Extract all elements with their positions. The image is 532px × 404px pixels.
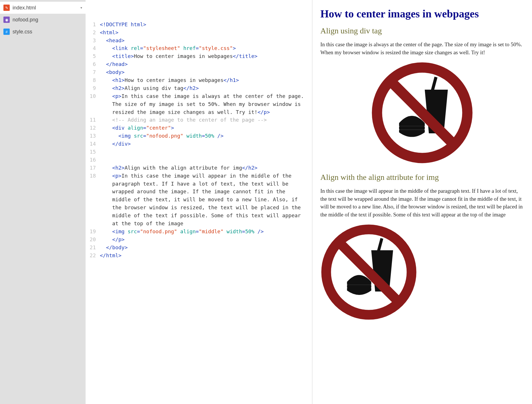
- code-content[interactable]: </p>: [100, 236, 309, 244]
- code-content[interactable]: <p>In this case the image will appear in…: [100, 172, 309, 228]
- code-line[interactable]: 9<h2>Align using div tag</h2>: [86, 84, 309, 92]
- preview-h1: How to center images in webpages: [320, 7, 524, 20]
- code-content[interactable]: <!-- Adding an image to the center of th…: [100, 116, 309, 124]
- file-item-nofood-png[interactable]: ◉nofood.png: [0, 14, 86, 26]
- code-content[interactable]: <img src="nofood.png" align="middle" wid…: [100, 228, 309, 236]
- line-number: 17: [86, 164, 100, 172]
- code-editor[interactable]: 1<!DOCTYPE html>2<html>3<head>4<link rel…: [86, 0, 312, 404]
- nofood-icon: [320, 224, 417, 321]
- code-content[interactable]: [100, 148, 309, 156]
- line-number: 22: [86, 252, 100, 260]
- line-number: 18: [86, 172, 100, 180]
- code-line[interactable]: 2<html>: [86, 29, 309, 37]
- code-line[interactable]: 21</body>: [86, 244, 309, 252]
- code-line[interactable]: 3<head>: [86, 37, 309, 45]
- code-content[interactable]: <div align="center">: [100, 124, 309, 132]
- file-label: style.css: [13, 29, 32, 35]
- line-number: 16: [86, 156, 100, 164]
- code-content[interactable]: </html>: [100, 252, 309, 260]
- css-file-icon: #: [3, 29, 10, 35]
- code-line[interactable]: 19<img src="nofood.png" align="middle" w…: [86, 228, 309, 236]
- code-content[interactable]: <img src="nofood.png" width=50% />: [100, 132, 309, 140]
- preview-pane: How to center images in webpages Align u…: [312, 0, 532, 404]
- svg-rect-8: [347, 285, 371, 288]
- code-content[interactable]: <link rel="stylesheet" href="style.css">: [100, 44, 309, 52]
- line-number: 8: [86, 76, 100, 84]
- html-file-icon: ✎: [3, 5, 10, 11]
- svg-rect-3: [399, 126, 425, 130]
- preview-h2-2: Align with the align attribute for img: [320, 173, 524, 182]
- file-sidebar: ✎index.html▾◉nofood.png#style.css: [0, 0, 86, 404]
- file-item-style-css[interactable]: #style.css: [0, 26, 86, 38]
- line-number: 7: [86, 68, 100, 76]
- code-content[interactable]: </body>: [100, 244, 309, 252]
- code-content[interactable]: </div>: [100, 140, 309, 148]
- line-number: 14: [86, 140, 100, 148]
- file-label: nofood.png: [13, 17, 38, 23]
- line-number: 9: [86, 84, 100, 92]
- line-number: 4: [86, 44, 100, 52]
- line-number: 12: [86, 124, 100, 132]
- code-line[interactable]: 17<h2>Align with the align attribute for…: [86, 164, 309, 172]
- preview-image-1-wrap: [320, 61, 524, 165]
- line-number: 20: [86, 236, 100, 244]
- line-number: 21: [86, 244, 100, 252]
- nofood-icon: [371, 61, 474, 164]
- code-line[interactable]: 11<!-- Adding an image to the center of …: [86, 116, 309, 124]
- code-content[interactable]: <h2>Align using div tag</h2>: [100, 84, 309, 92]
- code-line[interactable]: 7<body>: [86, 68, 309, 76]
- line-number: 15: [86, 148, 100, 156]
- line-number: 2: [86, 29, 100, 37]
- code-content[interactable]: <body>: [100, 68, 309, 76]
- line-number: 13: [86, 132, 100, 140]
- line-number: 19: [86, 228, 100, 236]
- code-line[interactable]: 6</head>: [86, 60, 309, 68]
- code-content[interactable]: <title>How to center images in webpages<…: [100, 52, 309, 60]
- code-line[interactable]: 5<title>How to center images in webpages…: [86, 52, 309, 60]
- line-number: 11: [86, 116, 100, 124]
- code-content[interactable]: <html>: [100, 29, 309, 37]
- chevron-down-icon[interactable]: ▾: [80, 6, 82, 10]
- file-item-index-html[interactable]: ✎index.html▾: [0, 2, 86, 14]
- code-content[interactable]: <head>: [100, 37, 309, 45]
- preview-image-2-wrap: [320, 224, 524, 322]
- preview-p2: In this case the image will appear in th…: [320, 187, 524, 218]
- code-line[interactable]: 13<img src="nofood.png" width=50% />: [86, 132, 309, 140]
- code-line[interactable]: 4<link rel="stylesheet" href="style.css"…: [86, 44, 309, 52]
- code-content[interactable]: <h1>How to center images in webpages</h1…: [100, 76, 309, 84]
- code-line[interactable]: 10<p>In this case the image is always at…: [86, 92, 309, 116]
- code-line[interactable]: 22</html>: [86, 252, 309, 260]
- code-line[interactable]: 1<!DOCTYPE html>: [86, 21, 309, 29]
- code-content[interactable]: </head>: [100, 60, 309, 68]
- line-number: 6: [86, 60, 100, 68]
- file-label: index.html: [13, 5, 36, 11]
- code-content[interactable]: [100, 156, 309, 164]
- code-content[interactable]: <h2>Align with the align attribute for i…: [100, 164, 309, 172]
- line-number: 5: [86, 52, 100, 60]
- code-line[interactable]: 16: [86, 156, 309, 164]
- code-line[interactable]: 14</div>: [86, 140, 309, 148]
- code-line[interactable]: 18<p>In this case the image will appear …: [86, 172, 309, 228]
- code-content[interactable]: <p>In this case the image is always at t…: [100, 92, 309, 116]
- code-content[interactable]: <!DOCTYPE html>: [100, 21, 309, 29]
- line-number: 3: [86, 37, 100, 45]
- preview-p1: In this case the image is always at the …: [320, 41, 524, 56]
- code-line[interactable]: 12<div align="center">: [86, 124, 309, 132]
- code-line[interactable]: 20</p>: [86, 236, 309, 244]
- code-line[interactable]: 15: [86, 148, 309, 156]
- code-line[interactable]: 8<h1>How to center images in webpages</h…: [86, 76, 309, 84]
- line-number: 1: [86, 21, 100, 29]
- img-file-icon: ◉: [3, 17, 10, 23]
- preview-h2-1: Align using div tag: [320, 26, 524, 35]
- line-number: 10: [86, 92, 100, 100]
